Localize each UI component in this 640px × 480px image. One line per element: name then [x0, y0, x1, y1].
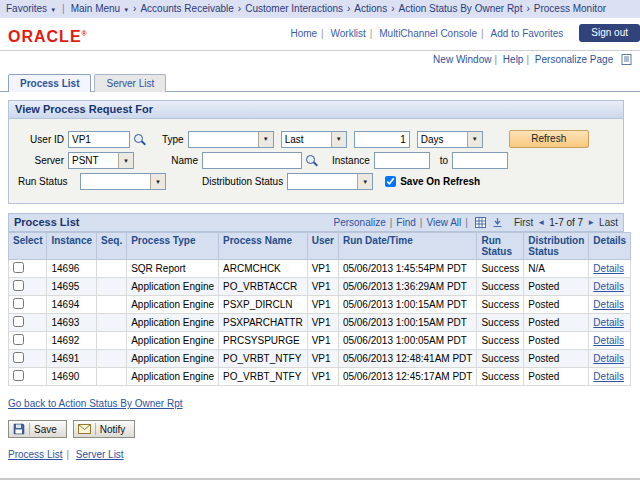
- details-link[interactable]: Details: [593, 299, 624, 310]
- name-input[interactable]: [202, 152, 302, 169]
- breadcrumb-item-actions[interactable]: Actions: [354, 3, 387, 14]
- breadcrumb-item-action-status[interactable]: Action Status By Owner Rpt: [399, 3, 523, 14]
- notify-button-label: Notify: [100, 424, 126, 435]
- user-cell: VP1: [307, 314, 338, 332]
- grid-header-bar: Process List Personalize| Find| View All…: [8, 213, 624, 232]
- col-process-type[interactable]: Process Type: [127, 233, 219, 260]
- help-link[interactable]: Help: [503, 54, 524, 65]
- instance-cell: 14696: [47, 260, 97, 278]
- details-link[interactable]: Details: [593, 335, 624, 346]
- row-select-checkbox[interactable]: [13, 298, 24, 309]
- row-select-checkbox[interactable]: [13, 316, 24, 327]
- row-select-checkbox[interactable]: [13, 280, 24, 291]
- col-process-name[interactable]: Process Name: [219, 233, 308, 260]
- breadcrumb-item-customer-interactions[interactable]: Customer Interactions: [245, 3, 343, 14]
- col-user[interactable]: User: [307, 233, 338, 260]
- details-link[interactable]: Details: [593, 263, 624, 274]
- col-distribution-status[interactable]: Distribution Status: [524, 233, 589, 260]
- distribution-status-cell: Posted: [524, 296, 589, 314]
- details-link[interactable]: Details: [593, 281, 624, 292]
- type-select[interactable]: ▼: [188, 131, 274, 148]
- col-run-datetime[interactable]: Run Date/Time: [338, 233, 477, 260]
- process-type-cell: SQR Report: [127, 260, 219, 278]
- server-list-link[interactable]: Server List: [76, 449, 124, 460]
- last-select[interactable]: Last▼: [281, 131, 347, 148]
- process-type-cell: Application Engine: [127, 368, 219, 386]
- process-type-cell: Application Engine: [127, 278, 219, 296]
- process-list-link[interactable]: Process List: [8, 449, 62, 460]
- user-cell: VP1: [307, 278, 338, 296]
- previous-page-icon[interactable]: ◄: [537, 218, 545, 227]
- download-icon[interactable]: [492, 217, 503, 228]
- details-link[interactable]: Details: [593, 317, 624, 328]
- time-count-input[interactable]: [354, 131, 410, 148]
- run-status-select[interactable]: ▼: [80, 173, 166, 190]
- user-id-label: User ID: [14, 134, 64, 145]
- days-select[interactable]: Days▼: [417, 131, 483, 148]
- lookup-icon[interactable]: [133, 133, 146, 146]
- row-select-checkbox[interactable]: [13, 352, 24, 363]
- user-cell: VP1: [307, 332, 338, 350]
- next-page-icon[interactable]: ►: [587, 218, 595, 227]
- zoom-grid-icon[interactable]: [475, 217, 486, 228]
- details-link[interactable]: Details: [593, 353, 624, 364]
- select-cell: [9, 332, 47, 350]
- server-select[interactable]: PSNT▼: [68, 152, 134, 169]
- col-instance[interactable]: Instance: [47, 233, 97, 260]
- table-row: 14690 Application Engine PO_VRBT_NTFY VP…: [9, 368, 631, 386]
- favorites-menu[interactable]: Favorites▼: [6, 3, 56, 14]
- instance-cell: 14693: [47, 314, 97, 332]
- user-id-input[interactable]: [68, 131, 130, 148]
- tab-server-list[interactable]: Server List: [94, 74, 166, 92]
- personalize-link[interactable]: Personalize: [333, 217, 385, 228]
- col-details[interactable]: Details: [589, 233, 631, 260]
- breadcrumb-separator: ›: [238, 3, 241, 14]
- row-select-checkbox[interactable]: [13, 370, 24, 381]
- save-on-refresh-checkbox[interactable]: [385, 176, 396, 187]
- breadcrumb-item-process-monitor[interactable]: Process Monitor: [534, 3, 606, 14]
- user-cell: VP1: [307, 368, 338, 386]
- sign-out-button[interactable]: Sign out: [579, 24, 640, 42]
- worklist-link[interactable]: Worklist: [330, 28, 365, 39]
- col-run-status[interactable]: Run Status: [477, 233, 524, 260]
- row-select-checkbox[interactable]: [13, 334, 24, 345]
- lookup-icon[interactable]: [305, 154, 318, 167]
- separator: |: [62, 3, 65, 14]
- last-link[interactable]: Last: [599, 217, 618, 228]
- tab-process-list[interactable]: Process List: [8, 74, 91, 92]
- main-menu[interactable]: Main Menu▼: [71, 3, 129, 14]
- grid-toolbar: Personalize| Find| View All| First ◄ 1-7…: [333, 217, 618, 228]
- col-seq[interactable]: Seq.: [97, 233, 127, 260]
- instance-from-input[interactable]: [374, 152, 430, 169]
- view-all-link[interactable]: View All: [426, 217, 461, 228]
- row-select-checkbox[interactable]: [13, 262, 24, 273]
- home-link[interactable]: Home: [290, 28, 317, 39]
- breadcrumb: Favorites▼ | Main Menu▼ › Accounts Recei…: [0, 0, 640, 18]
- table-row: 14693 Application Engine PSXPARCHATTR VP…: [9, 314, 631, 332]
- col-select[interactable]: Select: [9, 233, 47, 260]
- add-to-favorites-link[interactable]: Add to Favorites: [490, 28, 563, 39]
- app-header: ORACLE® Home| Worklist| MultiChannel Con…: [0, 18, 640, 51]
- instance-to-input[interactable]: [452, 152, 508, 169]
- select-cell: [9, 296, 47, 314]
- details-cell: Details: [589, 350, 631, 368]
- breadcrumb-item-accounts-receivable[interactable]: Accounts Receivable: [140, 3, 233, 14]
- multichannel-console-link[interactable]: MultiChannel Console: [379, 28, 477, 39]
- personalize-page-icon[interactable]: [621, 54, 632, 65]
- first-link[interactable]: First: [514, 217, 533, 228]
- process-name-cell: ARCMCHCK: [219, 260, 308, 278]
- personalize-page-link[interactable]: Personalize Page: [535, 54, 613, 65]
- go-back-link[interactable]: Go back to Action Status By Owner Rpt: [8, 398, 183, 409]
- user-cell: VP1: [307, 350, 338, 368]
- run-status-cell: Success: [477, 278, 524, 296]
- select-cell: [9, 314, 47, 332]
- find-link[interactable]: Find: [396, 217, 415, 228]
- notify-button[interactable]: Notify: [73, 420, 136, 438]
- save-button[interactable]: Save: [8, 420, 67, 438]
- distribution-status-select[interactable]: ▼: [287, 173, 373, 190]
- filter-row-3: Run Status ▼ Distribution Status ▼ Save …: [14, 173, 618, 190]
- refresh-button[interactable]: Refresh: [509, 130, 589, 148]
- details-link[interactable]: Details: [593, 371, 624, 382]
- new-window-link[interactable]: New Window: [433, 54, 491, 65]
- group-title: View Process Request For: [9, 101, 623, 119]
